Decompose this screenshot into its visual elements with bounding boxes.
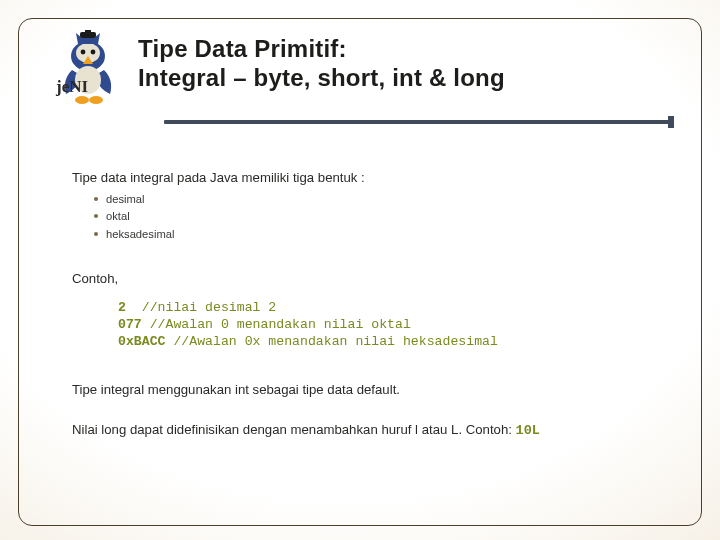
title-line-1: Tipe Data Primitif:	[138, 35, 347, 62]
svg-rect-7	[85, 30, 91, 34]
code-comment: //Awalan 0 menandakan nilai oktal	[150, 317, 411, 332]
title-block: Tipe Data Primitif: Integral – byte, sho…	[138, 34, 680, 93]
list-item: heksadesimal	[94, 226, 660, 243]
title-underline	[164, 120, 672, 124]
code-literal: 0xBACC	[118, 334, 165, 349]
slide-title: Tipe Data Primitif: Integral – byte, sho…	[138, 34, 680, 93]
svg-point-9	[75, 96, 89, 104]
svg-point-3	[91, 50, 96, 55]
code-comment: //nilai desimal 2	[142, 300, 277, 315]
jeni-logo: jeNI	[52, 30, 128, 114]
slide: jeNI Tipe Data Primitif: Integral – byte…	[0, 0, 720, 540]
list-item: oktal	[94, 208, 660, 225]
forms-list: desimal oktal heksadesimal	[94, 191, 660, 243]
paragraph-default-type: Tipe integral menggunakan int sebagai ti…	[72, 381, 660, 399]
code-example: 2 //nilai desimal 2 077 //Awalan 0 menan…	[118, 300, 660, 351]
example-label: Contoh,	[72, 271, 660, 286]
code-inline: 10L	[516, 423, 540, 438]
svg-point-10	[89, 96, 103, 104]
title-line-2: Integral – byte, short, int & long	[138, 64, 505, 91]
code-literal: 2	[118, 300, 126, 315]
paragraph-long-suffix: Nilai long dapat didefinisikan dengan me…	[72, 421, 660, 440]
list-item: desimal	[94, 191, 660, 208]
mascot-icon: jeNI	[52, 30, 128, 110]
code-literal: 077	[118, 317, 142, 332]
header: jeNI Tipe Data Primitif: Integral – byte…	[52, 34, 680, 114]
svg-point-2	[81, 50, 86, 55]
logo-text: jeNI	[55, 77, 88, 96]
body: Tipe data integral pada Java memiliki ti…	[72, 170, 660, 440]
lead-text: Tipe data integral pada Java memiliki ti…	[72, 170, 660, 185]
code-comment: //Awalan 0x menandakan nilai heksadesima…	[173, 334, 497, 349]
